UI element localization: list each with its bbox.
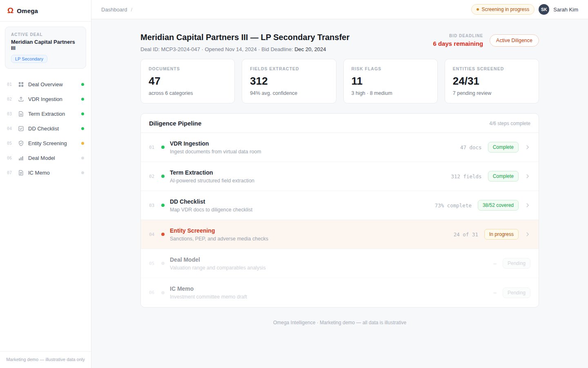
app-root: Ω Omega ACTIVE DEAL Meridian Capital Par… — [0, 0, 588, 368]
nav-status-dot — [81, 157, 84, 159]
bid-deadline-value: 6 days remaining — [433, 40, 483, 47]
active-deal-name: Meridian Capital Partners III — [11, 39, 80, 51]
step-status-dot — [161, 146, 165, 149]
step-title: IC Memo — [170, 285, 493, 292]
step-number: 04 — [149, 232, 159, 237]
active-deal-card: ACTIVE DEAL Meridian Capital Partners II… — [5, 27, 86, 69]
page-footer-note: Omega Intelligence · Marketing demo — al… — [140, 307, 539, 325]
step-body: Entity Screening Sanctions, PEP, and adv… — [170, 227, 454, 242]
breadcrumb: Dashboard / — [101, 7, 132, 13]
step-status-badge: Complete — [488, 171, 519, 182]
sidebar: Ω Omega ACTIVE DEAL Meridian Capital Par… — [0, 0, 91, 368]
step-description: Ingest documents from virtual data room — [170, 149, 460, 155]
nav-item-label: Entity Screening — [28, 140, 77, 146]
sidebar-item-ic-memo[interactable]: 07 IC Memo — [0, 165, 91, 180]
step-status-dot — [161, 204, 165, 207]
active-deal-label: ACTIVE DEAL — [11, 32, 80, 37]
step-metric: 47 docs — [460, 144, 482, 150]
chevron-right-icon — [525, 173, 530, 179]
step-body: DD Checklist Map VDR docs to diligence c… — [170, 198, 435, 213]
nav-item-number: 01 — [7, 82, 13, 87]
breadcrumb-dashboard[interactable]: Dashboard — [101, 7, 127, 13]
step-status-badge: Complete — [488, 142, 519, 153]
deal-type-badge: LP Secondary — [11, 55, 47, 63]
step-title: VDR Ingestion — [170, 140, 460, 147]
pipeline-step-entity-screening[interactable]: 04 Entity Screening Sanctions, PEP, and … — [141, 220, 539, 249]
step-number: 06 — [149, 290, 159, 295]
step-description: Investment committee memo draft — [170, 294, 493, 300]
nav-item-label: DD Checklist — [28, 126, 77, 132]
step-description: Valuation range and comparables analysis — [170, 265, 493, 271]
step-number: 05 — [149, 261, 159, 266]
sidebar-item-term-extraction[interactable]: 03 Term Extraction — [0, 106, 91, 121]
document-icon — [18, 110, 24, 117]
step-description: Map VDR docs to diligence checklist — [170, 207, 435, 213]
avatar[interactable]: SK — [539, 4, 549, 15]
screening-status-badge: Screening in progress — [471, 4, 535, 15]
brand-name: Omega — [17, 7, 38, 14]
step-body: VDR Ingestion Ingest documents from virt… — [170, 140, 460, 155]
pipeline-step-deal-model: 05 Deal Model Valuation range and compar… — [141, 249, 539, 278]
diligence-pipeline-card: Diligence Pipeline 4/6 steps complete 01… — [140, 113, 539, 307]
sidebar-item-deal-overview[interactable]: 01 Deal Overview — [0, 77, 91, 92]
stat-label: ENTITIES SCREENED — [453, 66, 531, 71]
user-name[interactable]: Sarah Kim — [553, 7, 578, 13]
chevron-right-icon — [525, 202, 530, 208]
step-status-dot — [161, 262, 165, 265]
stage-badge: Active Diligence — [490, 34, 539, 47]
topbar: Dashboard / Screening in progress SK Sar… — [91, 0, 588, 19]
page-title: Meridian Capital Partners III — LP Secon… — [140, 31, 350, 43]
nav-item-number: 06 — [7, 156, 13, 160]
main-area: Dashboard / Screening in progress SK Sar… — [91, 0, 588, 368]
pipeline-step-dd-checklist[interactable]: 03 DD Checklist Map VDR docs to diligenc… — [141, 191, 539, 220]
nav-item-number: 04 — [7, 126, 13, 131]
stat-value: 24/31 — [453, 75, 531, 88]
pipeline-step-term-extraction[interactable]: 02 Term Extraction AI-powered structured… — [141, 162, 539, 191]
stat-label: RISK FLAGS — [352, 66, 430, 71]
chevron-right-icon — [525, 231, 530, 237]
step-body: Deal Model Valuation range and comparabl… — [170, 256, 493, 271]
stat-subtext: 3 high · 8 medium — [352, 90, 430, 96]
content: Meridian Capital Partners III — LP Secon… — [91, 19, 588, 368]
pipeline-step-ic-memo: 06 IC Memo Investment committee memo dra… — [141, 278, 539, 307]
step-status-badge: In progress — [484, 229, 519, 240]
nav-item-number: 05 — [7, 141, 13, 146]
step-status-badge: 38/52 covered — [478, 200, 519, 211]
omega-logo-icon: Ω — [7, 6, 13, 15]
stat-value: 11 — [352, 75, 430, 88]
brand-logo[interactable]: Ω Omega — [0, 0, 91, 22]
bid-deadline-box: BID DEADLINE 6 days remaining — [433, 34, 483, 47]
sidebar-item-dd-checklist[interactable]: 04 DD Checklist — [0, 121, 91, 136]
page-header: Meridian Capital Partners III — LP Secon… — [140, 31, 539, 52]
nav-status-dot — [81, 98, 84, 101]
step-title: Entity Screening — [170, 227, 454, 234]
status-dot-icon — [477, 8, 479, 11]
pipeline-steps: 01 VDR Ingestion Ingest documents from v… — [141, 133, 539, 307]
step-title: Term Extraction — [170, 169, 451, 176]
status-badge-label: Screening in progress — [482, 7, 530, 12]
sidebar-footer-note: Marketing demo — illustrative data only — [0, 351, 91, 368]
stat-card-entities-screened: ENTITIES SCREENED 24/31 7 pending review — [445, 59, 539, 103]
nav-item-label: IC Memo — [28, 170, 77, 176]
stat-value: 312 — [250, 75, 328, 88]
sidebar-item-entity-screening[interactable]: 05 Entity Screening — [0, 136, 91, 150]
stat-subtext: 7 pending review — [453, 90, 531, 96]
step-status-dot — [161, 175, 165, 178]
step-description: Sanctions, PEP, and adverse media checks — [170, 236, 454, 242]
upload-icon — [18, 96, 24, 102]
step-title: DD Checklist — [170, 198, 435, 205]
nav-status-dot — [81, 171, 84, 174]
stats-row: DOCUMENTS 47 across 6 categories FIELDS … — [140, 59, 539, 103]
stat-value: 47 — [149, 75, 227, 88]
step-number: 01 — [149, 145, 159, 150]
stat-label: FIELDS EXTRACTED — [250, 66, 328, 71]
stat-card-fields-extracted: FIELDS EXTRACTED 312 94% avg. confidence — [242, 59, 336, 103]
pipeline-step-vdr-ingestion[interactable]: 01 VDR Ingestion Ingest documents from v… — [141, 133, 539, 162]
deal-meta: Deal ID: MCP3-2024-047 · Opened Nov 14, … — [140, 46, 350, 52]
sidebar-item-vdr-ingestion[interactable]: 02 VDR Ingestion — [0, 92, 91, 106]
nav-item-label: Term Extraction — [28, 111, 77, 117]
sidebar-item-deal-model[interactable]: 06 Deal Model — [0, 150, 91, 165]
stat-card-documents: DOCUMENTS 47 across 6 categories — [140, 59, 235, 103]
nav-status-dot — [81, 83, 84, 86]
memo-icon — [18, 169, 24, 176]
